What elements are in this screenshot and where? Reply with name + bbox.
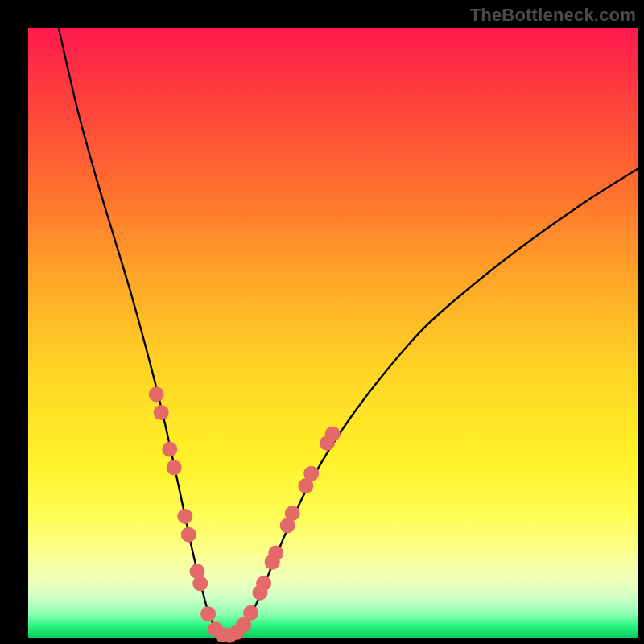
highlight-dot [303, 466, 319, 481]
highlight-dot [268, 545, 283, 560]
highlight-dot [149, 386, 164, 402]
highlight-dot [154, 405, 169, 420]
highlight-dot [177, 509, 192, 524]
highlight-dot [181, 527, 196, 543]
highlight-dot [256, 576, 271, 591]
attribution-text: TheBottleneck.com [470, 5, 636, 26]
bottleneck-curve [59, 28, 638, 637]
highlight-dot [285, 506, 300, 521]
highlight-dots [149, 386, 341, 642]
chart-frame: TheBottleneck.com [0, 0, 644, 644]
highlight-dot [192, 576, 208, 591]
highlight-dot [243, 605, 258, 621]
chart-plot-area [28, 28, 638, 638]
highlight-dot [162, 442, 177, 457]
highlight-dot [325, 427, 341, 442]
highlight-dot [167, 460, 182, 475]
highlight-dot [200, 606, 216, 621]
bottleneck-curve-svg [28, 28, 638, 638]
